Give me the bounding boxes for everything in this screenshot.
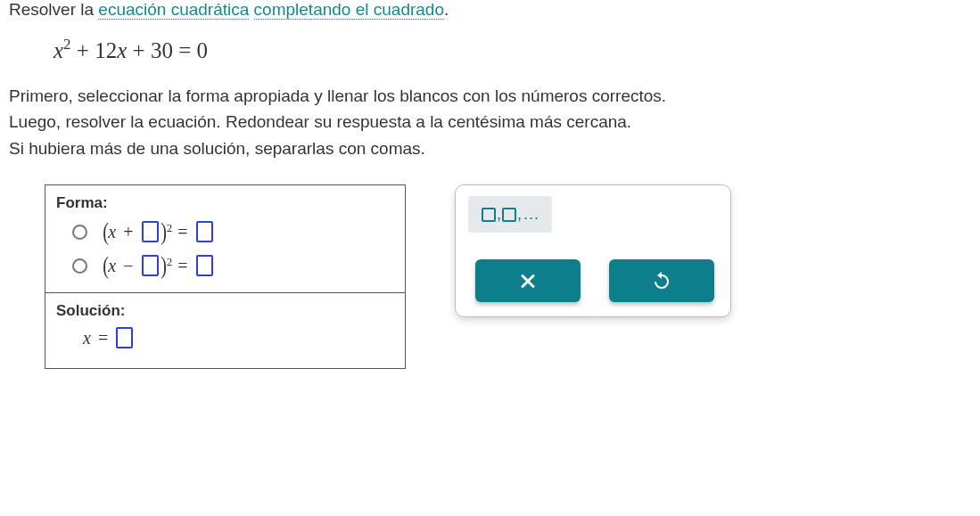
clear-button[interactable] [475, 259, 581, 302]
list-entry-button[interactable]: ,,... [468, 196, 552, 233]
op-plus: + [118, 222, 138, 242]
form-label: Forma: [56, 194, 394, 212]
lparen2-icon: ( [103, 253, 109, 278]
lparen-icon: ( [103, 219, 109, 244]
list-dots: ... [523, 205, 539, 224]
sol-eq: = [93, 328, 113, 348]
close-icon [519, 272, 537, 290]
inst-l2: Luego, resolver la ecuación. Redondear s… [9, 112, 631, 131]
inst-l1: Primero, seleccionar la forma apropiada … [9, 86, 666, 105]
instruction-block: Primero, seleccionar la forma apropiada … [9, 83, 971, 161]
solution-cell: Solución: x = [45, 293, 405, 368]
radio-minus[interactable] [72, 258, 87, 274]
undo-icon [651, 270, 672, 291]
fx-plus: x [108, 222, 118, 242]
list-box2-icon [502, 208, 516, 222]
option-plus-row: ( x + ) 2 = [72, 219, 394, 244]
eq-plus: = [172, 222, 193, 242]
form-cell: Forma: ( x + ) 2 = [45, 185, 405, 293]
link-quadratic-equation[interactable]: ecuación cuadrática [98, 0, 249, 20]
blank-minus-rhs[interactable] [196, 255, 213, 276]
eq-minus: = [172, 256, 193, 276]
prompt-lead: Resolver la [9, 0, 98, 19]
eq-var: x [54, 38, 63, 62]
equation-display: x2 + 12x + 30 = 0 [54, 36, 971, 63]
list-sep: , [497, 205, 501, 224]
blank-minus-inside[interactable] [142, 255, 159, 276]
inst-l3: Si hubiera más de una solución, separarl… [9, 139, 425, 158]
blank-solution[interactable] [116, 327, 133, 348]
formula-minus: ( x − ) 2 = [103, 253, 216, 278]
rparen-icon: ) [161, 219, 167, 244]
keypad-panel: ,,... [455, 184, 731, 317]
eq-exp: 2 [63, 36, 71, 53]
blank-plus-inside[interactable] [142, 221, 159, 242]
rparen2-icon: ) [161, 253, 167, 278]
prompt-line: Resolver la ecuación cuadrática completa… [9, 0, 971, 20]
solution-label: Solución: [56, 302, 394, 320]
list-sep2: , [517, 205, 522, 224]
link-completing-square[interactable]: completando el cuadrado [254, 0, 444, 20]
op-minus: − [118, 256, 138, 276]
formula-plus: ( x + ) 2 = [103, 219, 216, 244]
sol-x: x [83, 328, 93, 348]
fx-minus: x [108, 256, 118, 276]
blank-plus-rhs[interactable] [196, 221, 213, 242]
eq-term3: + 30 = 0 [127, 38, 208, 62]
eq-term2: + 12 [71, 38, 118, 62]
eq-term2-var: x [117, 38, 127, 62]
reset-button[interactable] [609, 259, 714, 302]
option-minus-row: ( x − ) 2 = [72, 253, 394, 278]
form-solution-box: Forma: ( x + ) 2 = [45, 184, 406, 369]
radio-plus[interactable] [72, 225, 87, 240]
prompt-mid [249, 0, 253, 19]
solution-row: x = [83, 327, 394, 348]
list-box-icon [482, 208, 496, 222]
prompt-tail: . [444, 0, 449, 19]
